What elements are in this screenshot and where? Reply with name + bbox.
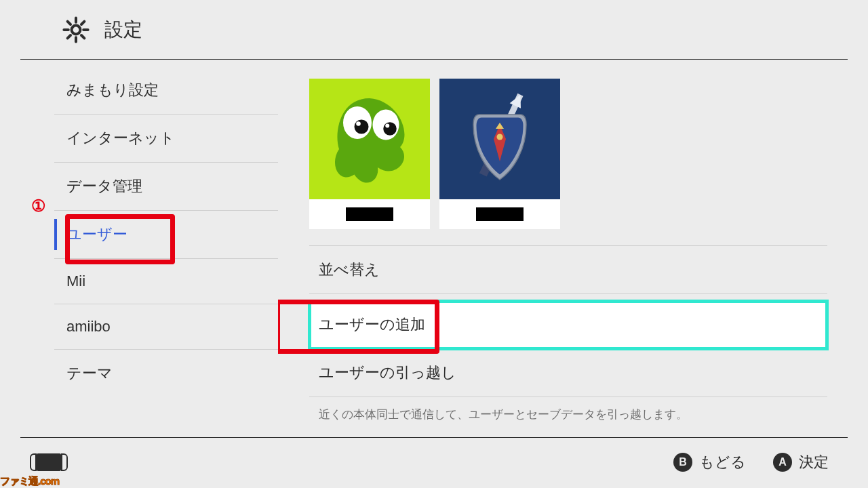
ok-button[interactable]: A 決定 [773, 452, 829, 472]
svg-point-11 [355, 120, 369, 134]
b-button-icon: B [673, 453, 692, 472]
sidebar: みまもり設定 インターネット データ管理 ユーザー Mii amiibo テーマ… [20, 60, 278, 437]
svg-point-13 [356, 121, 361, 126]
row-add-user[interactable]: ユーザーの追加 [309, 301, 827, 349]
sidebar-item-label: データ管理 [66, 178, 142, 195]
sidebar-item-label: みまもり設定 [66, 81, 159, 98]
sidebar-item-data-mgmt[interactable]: データ管理 [54, 163, 278, 211]
gear-icon [62, 16, 90, 43]
row-label: 並べ替え [319, 261, 380, 278]
row-label: ユーザーの引っ越し [319, 364, 456, 381]
avatar-squid-icon [309, 79, 430, 199]
user-card[interactable] [309, 79, 430, 229]
footer: B もどる A 決定 [0, 438, 868, 487]
a-button-icon: A [773, 453, 792, 472]
svg-line-7 [81, 21, 84, 24]
page-title: 設定 [104, 17, 142, 43]
row-description: 近くの本体同士で通信して、ユーザーとセーブデータを引っ越します。 [309, 397, 827, 422]
row-sort-users[interactable]: 並べ替え [309, 246, 827, 294]
annotation-1-label: ① [31, 197, 46, 216]
row-label: ユーザーの追加 [319, 316, 425, 333]
redacted-name [346, 207, 393, 221]
svg-point-20 [497, 134, 503, 140]
back-button[interactable]: B もどる [673, 452, 746, 472]
svg-point-12 [383, 122, 397, 136]
user-name [309, 199, 430, 229]
console-icon[interactable] [30, 453, 68, 471]
sidebar-item-label: Mii [66, 272, 85, 289]
svg-line-5 [68, 21, 71, 24]
sidebar-item-label: テーマ [66, 365, 113, 382]
header: 設定 [20, 0, 848, 60]
sidebar-item-parental[interactable]: みまもり設定 [54, 66, 278, 115]
svg-line-8 [68, 35, 71, 38]
svg-point-0 [72, 25, 81, 34]
svg-line-6 [81, 35, 84, 38]
sidebar-item-internet[interactable]: インターネット [54, 115, 278, 163]
sidebar-item-label: ユーザー [66, 226, 127, 243]
sidebar-item-mii[interactable]: Mii [54, 259, 278, 304]
users-row [309, 79, 827, 229]
ok-label: 決定 [799, 452, 829, 472]
sidebar-item-label: インターネット [66, 129, 175, 146]
watermark: ファミ通.com [0, 475, 59, 488]
user-card[interactable] [439, 79, 560, 229]
row-transfer-user[interactable]: ユーザーの引っ越し [309, 349, 827, 397]
body: みまもり設定 インターネット データ管理 ユーザー Mii amiibo テーマ… [20, 60, 848, 438]
user-name [439, 199, 560, 229]
sidebar-item-users[interactable]: ユーザー [54, 211, 278, 259]
redacted-name [476, 207, 524, 221]
sidebar-item-label: amiibo [66, 318, 111, 335]
main-panel: 並べ替え ユーザーの追加 ユーザーの引っ越し 近くの本体同士で通信して、ユーザー… [278, 60, 848, 437]
svg-point-14 [385, 124, 389, 128]
sidebar-item-theme[interactable]: テーマ [54, 350, 278, 397]
sidebar-item-amiibo[interactable]: amiibo [54, 304, 278, 350]
avatar-shield-icon [439, 79, 560, 199]
back-label: もどる [699, 452, 746, 472]
